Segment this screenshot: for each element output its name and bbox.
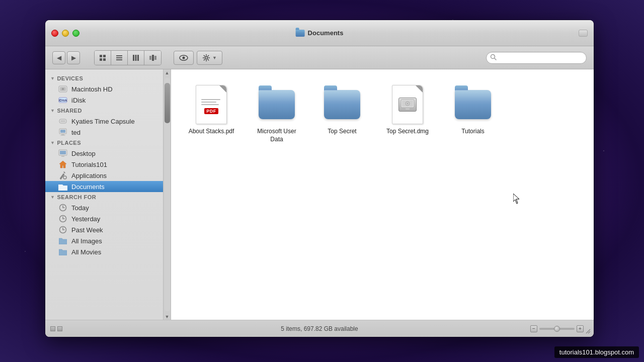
eye-button[interactable]	[174, 51, 194, 65]
sidebar-section-shared[interactable]: ▼ SHARED	[45, 106, 163, 116]
sidebar-item-time-capsule[interactable]: Kyaties Time Capsule	[45, 116, 163, 127]
eye-icon	[179, 54, 188, 61]
zoom-slider[interactable]	[539, 328, 575, 330]
file-item-microsoft-user-data[interactable]: Microsoft User Data	[247, 79, 307, 148]
statusbar-text: 5 items, 697.82 GB available	[281, 325, 358, 332]
shared-triangle: ▼	[50, 108, 55, 113]
sidebar: ▼ DEVICES Macintosh HD	[45, 69, 171, 320]
grid-icon	[99, 54, 106, 61]
sidebar-item-documents[interactable]: Documents	[45, 181, 163, 192]
svg-text:iDisk: iDisk	[59, 99, 67, 102]
resize-handle[interactable]	[584, 327, 592, 335]
places-label: PLACES	[57, 140, 81, 146]
scroll-up-arrow[interactable]: ▲	[164, 69, 171, 76]
pdf-badge: PDF	[204, 108, 218, 114]
sidebar-item-idisk[interactable]: iDisk iDisk	[45, 95, 163, 106]
time-capsule-icon	[58, 117, 67, 125]
all-movies-icon	[58, 248, 67, 256]
computer-icon	[58, 128, 67, 136]
svg-rect-6	[116, 59, 122, 60]
svg-rect-27	[60, 130, 65, 133]
sidebar-item-desktop[interactable]: Desktop	[45, 148, 163, 159]
maximize-button[interactable]	[72, 30, 79, 37]
icon-view-button[interactable]	[95, 51, 111, 65]
file-area: PDF About Stacks.pdf Microsoft User Data	[171, 69, 594, 320]
traffic-lights	[51, 30, 79, 37]
sidebar-section-places[interactable]: ▼ PLACES	[45, 138, 163, 148]
minimize-button[interactable]	[62, 30, 69, 37]
list-view-button[interactable]	[111, 51, 128, 65]
titlebar-center: Documents	[296, 29, 344, 37]
file-item-top-secret[interactable]: Top Secret	[312, 79, 372, 148]
svg-line-49	[586, 329, 590, 333]
svg-line-50	[588, 331, 590, 333]
file-label-about-stacks: About Stacks.pdf	[189, 128, 234, 136]
forward-button[interactable]: ▶	[67, 51, 80, 64]
pdf-line-1	[201, 99, 220, 100]
zoom-plus-button[interactable]: +	[577, 325, 584, 332]
documents-folder-icon	[58, 183, 67, 191]
folder-icon-top-secret	[324, 90, 360, 119]
columns-icon	[132, 54, 139, 61]
svg-rect-7	[133, 55, 134, 61]
desktop-label: Desktop	[71, 150, 96, 157]
file-label-top-secret-dmg: Top Secret.dmg	[386, 128, 429, 136]
sidebar-item-applications[interactable]: Applications	[45, 170, 163, 181]
dmg-file-icon	[392, 85, 423, 124]
sidebar-item-ted[interactable]: ted	[45, 127, 163, 138]
gear-button[interactable]: ▼	[197, 51, 222, 65]
file-icon-container-dmg	[387, 84, 428, 125]
svg-rect-25	[60, 120, 65, 122]
close-button[interactable]	[51, 30, 58, 37]
zoom-minus-button[interactable]: −	[530, 325, 537, 332]
desktop-icon	[58, 149, 67, 157]
sidebar-item-all-movies[interactable]: All Movies	[45, 246, 163, 257]
sidebar-item-macintosh-hd[interactable]: Macintosh HD	[45, 83, 163, 95]
cover-view-button[interactable]	[144, 51, 161, 65]
past-week-label: Past Week	[71, 226, 103, 234]
sidebar-item-past-week[interactable]: Past Week	[45, 224, 163, 235]
sidebar-item-tutorials101[interactable]: Tutorials101	[45, 159, 163, 170]
svg-rect-8	[135, 55, 137, 61]
all-movies-label: All Movies	[71, 248, 101, 256]
sidebar-section-devices[interactable]: ▼ DEVICES	[45, 73, 163, 83]
documents-label: Documents	[71, 183, 105, 191]
statusbar-square-1	[50, 326, 55, 331]
zoom-slider-thumb[interactable]	[554, 326, 560, 332]
scrollbar-thumb[interactable]	[165, 83, 170, 123]
toolbar: ◀ ▶	[45, 46, 594, 69]
search-for-label: SEARCH FOR	[57, 194, 96, 200]
sidebar-item-yesterday[interactable]: Yesterday	[45, 213, 163, 224]
svg-point-21	[62, 88, 63, 89]
past-week-icon	[58, 226, 67, 234]
documents-icon	[58, 183, 67, 191]
tools-icon	[58, 171, 67, 180]
scroll-down-arrow[interactable]: ▼	[164, 313, 171, 320]
file-item-top-secret-dmg[interactable]: Top Secret.dmg	[377, 79, 438, 148]
tutorials101-label: Tutorials101	[71, 161, 107, 168]
macintosh-hd-icon	[58, 85, 67, 93]
search-container	[486, 52, 587, 64]
back-button[interactable]: ◀	[52, 51, 65, 64]
shared-label: SHARED	[57, 108, 82, 114]
resize-button[interactable]	[579, 30, 588, 37]
file-label-top-secret: Top Secret	[328, 128, 356, 136]
time-capsule-label: Kyaties Time Capsule	[71, 118, 135, 125]
sidebar-item-today[interactable]: Today	[45, 202, 163, 213]
clock-icon-yesterday	[59, 215, 67, 223]
file-item-tutorials[interactable]: Tutorials	[443, 79, 503, 148]
column-view-button[interactable]	[128, 51, 144, 65]
file-item-about-stacks[interactable]: PDF About Stacks.pdf	[181, 79, 242, 148]
sidebar-item-all-images[interactable]: All Images	[45, 235, 163, 246]
view-buttons	[94, 50, 162, 65]
ted-label: ted	[71, 129, 80, 136]
yesterday-icon	[58, 215, 67, 223]
clock-icon-pastweek	[59, 226, 67, 234]
desktop-item-icon	[58, 149, 67, 157]
action-buttons: ▼	[174, 51, 222, 65]
sidebar-section-search[interactable]: ▼ SEARCH FOR	[45, 192, 163, 202]
sidebar-scrollbar[interactable]: ▲ ▼	[163, 69, 171, 320]
search-input[interactable]	[486, 52, 587, 64]
devices-label: DEVICES	[57, 75, 83, 81]
home-icon	[58, 160, 67, 169]
